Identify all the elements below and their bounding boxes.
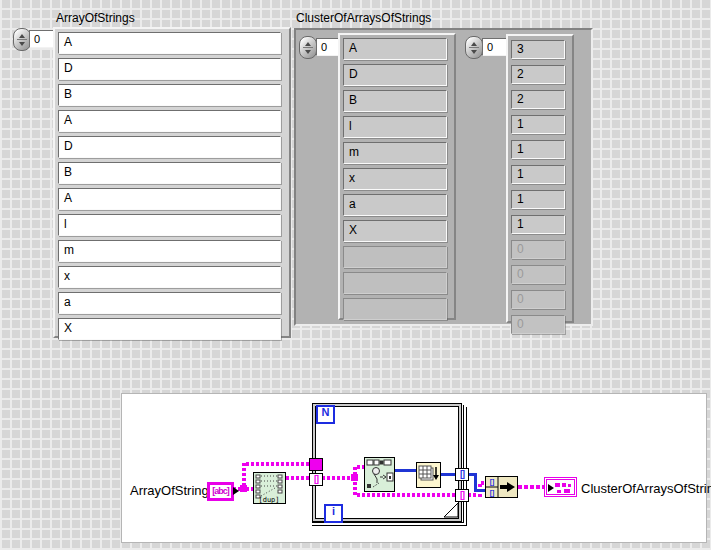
tunnel-indexing-out-counts[interactable]: [] — [455, 468, 469, 481]
string-array-element[interactable]: A — [58, 188, 281, 210]
array-of-strings-label: ArrayOfStrings — [56, 11, 135, 25]
cluster-string-element: B — [343, 90, 447, 112]
cluster-string-element — [343, 246, 447, 268]
cluster-count-element: 1 — [511, 165, 565, 184]
cluster-string-element — [343, 298, 447, 320]
string-array-element[interactable]: a — [58, 292, 281, 314]
string-array-element[interactable]: A — [58, 32, 281, 54]
cluster-string-element: A — [343, 38, 447, 60]
string-array-element[interactable]: l — [58, 214, 281, 236]
labview-window: ArrayOfStrings 0 ADBADBAlmxaX ClusterOfA… — [0, 0, 711, 550]
cluster-count-element: 0 — [511, 240, 565, 259]
cluster-string-element: l — [343, 116, 447, 138]
cluster-string-element: m — [343, 142, 447, 164]
string-array-element[interactable]: A — [58, 110, 281, 132]
tunnel-indexing-out-strings[interactable]: [] — [455, 489, 469, 502]
tunnel-indexing-in[interactable]: [] — [309, 473, 323, 486]
loop-count-terminal[interactable]: N — [316, 405, 335, 424]
cluster-count-element: 1 — [511, 140, 565, 159]
cluster-string-element: X — [343, 220, 447, 242]
bundle-node[interactable]: [] [] — [485, 476, 518, 498]
cluster-count-element: 3 — [511, 40, 565, 59]
cluster-count-element: 2 — [511, 65, 565, 84]
cluster-string-elements: ADBlmxaX — [343, 38, 447, 324]
cluster-count-element: 1 — [511, 115, 565, 134]
cluster-count-element: 0 — [511, 290, 565, 309]
svg-text:[]: [] — [490, 478, 495, 486]
svg-text:[dup]: [dup] — [258, 496, 279, 504]
tunnel-solid[interactable] — [309, 458, 323, 471]
output-arrow-icon — [233, 487, 239, 495]
cluster-label: ClusterOfArraysOfStrings — [296, 11, 431, 25]
string-wire — [246, 462, 309, 466]
string-array-element[interactable]: m — [58, 240, 281, 262]
spinner-up-icon[interactable] — [19, 31, 25, 38]
abc-glyph: [abc] — [212, 486, 229, 496]
string-array-terminal[interactable]: [abc] — [207, 482, 234, 501]
cluster-count-element: 1 — [511, 190, 565, 209]
spinner-up-icon[interactable] — [471, 39, 477, 46]
cluster-count-elements: 322111110000 — [511, 40, 565, 340]
string-array-element[interactable]: D — [58, 136, 281, 158]
cluster-string-element: x — [343, 168, 447, 190]
loop-fold-corner-icon — [442, 501, 460, 519]
cluster-indicator-terminal[interactable] — [544, 477, 577, 497]
svg-text:[]: [] — [490, 489, 495, 497]
cluster-glyph-icon — [554, 481, 576, 494]
cluster-string-element — [343, 272, 447, 294]
array-size-node[interactable] — [416, 462, 441, 488]
array-of-strings-elements: ADBADBAlmxaX — [58, 32, 281, 344]
spinner-up-icon[interactable] — [305, 39, 311, 46]
diagram-source-label: ArrayOfStrings — [130, 483, 215, 498]
cluster-string-element: a — [343, 194, 447, 216]
string-array-element[interactable]: B — [58, 162, 281, 184]
index-spinner[interactable] — [465, 36, 483, 59]
string-array-element[interactable]: X — [58, 318, 281, 340]
cluster-count-element: 2 — [511, 90, 565, 109]
index-spinner[interactable] — [299, 36, 317, 59]
wire-junction — [240, 485, 247, 492]
cluster-count-element: 1 — [511, 215, 565, 234]
spinner-down-icon[interactable] — [471, 50, 477, 57]
cluster-string-element: D — [343, 64, 447, 86]
cluster-count-element: 0 — [511, 265, 565, 284]
cluster-count-element: 0 — [511, 315, 565, 334]
cluster-wire — [518, 485, 545, 489]
search-1d-array-node[interactable] — [364, 457, 395, 492]
remove-duplicates-node[interactable]: [dup] — [253, 472, 286, 504]
iteration-terminal[interactable]: i — [324, 504, 343, 523]
string-array-element[interactable]: B — [58, 84, 281, 106]
spinner-down-icon[interactable] — [19, 42, 25, 49]
spinner-down-icon[interactable] — [305, 50, 311, 57]
string-array-element[interactable]: x — [58, 266, 281, 288]
string-array-element[interactable]: D — [58, 58, 281, 80]
diagram-sink-label: ClusterOfArraysOfStrings — [581, 481, 711, 496]
string-wire — [286, 476, 310, 480]
